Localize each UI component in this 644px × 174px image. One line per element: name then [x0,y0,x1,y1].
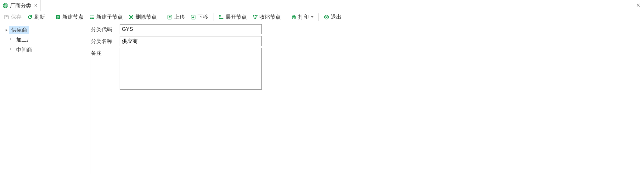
save-label: 保存 [11,13,21,21]
svg-rect-14 [219,15,221,16]
arrow-down-box-icon [190,14,196,20]
new-child-node-icon [89,14,95,20]
collapse-node-label: 收缩节点 [260,13,281,21]
expand-node-button[interactable]: 展开节点 [216,12,249,22]
tree-item-middleman[interactable]: └ 中间商 [0,45,90,55]
svg-rect-1 [6,16,7,17]
close-tab-icon[interactable]: × [34,3,37,8]
tree-panel: 供应商 └ 加工厂 └ 中间商 [0,23,90,174]
exit-icon [324,14,329,20]
new-node-button[interactable]: 新建节点 [53,12,86,22]
tab-bar: 厂商分类 × × [0,0,644,11]
expand-node-label: 展开节点 [226,13,247,21]
svg-rect-5 [57,18,58,18]
row-remark: 备注 [90,48,644,90]
save-icon [4,14,9,20]
svg-rect-4 [57,17,59,17]
new-child-node-label: 新建子节点 [96,13,123,21]
tree-tick-icon: └ [9,48,14,52]
save-button[interactable]: 保存 [1,12,24,22]
toolbar-separator [318,13,319,21]
row-category-code: 分类代码 [90,24,644,34]
toolbar-separator [286,13,286,21]
toolbar-separator [213,13,213,21]
form-panel: 分类代码 分类名称 备注 [90,23,644,174]
move-up-button[interactable]: 上移 [165,12,187,22]
delete-icon [128,14,134,20]
tree-tick-icon: └ [9,38,14,42]
close-window-icon[interactable]: × [634,1,642,9]
svg-rect-6 [90,16,92,16]
tree-item-processor[interactable]: └ 加工厂 [0,35,90,45]
svg-rect-8 [90,18,92,19]
tab-title: 厂商分类 [10,2,31,9]
collapse-tree-icon [252,14,258,20]
svg-rect-3 [57,16,59,16]
globe-icon [2,3,8,8]
input-category-code[interactable] [120,24,262,34]
svg-rect-18 [255,15,256,16]
label-category-code: 分类代码 [90,24,120,33]
arrow-up-box-icon [167,14,173,20]
svg-rect-7 [90,17,92,17]
print-icon [291,14,297,20]
svg-rect-23 [293,18,295,19]
move-up-label: 上移 [174,13,185,21]
svg-rect-15 [222,18,223,19]
toolbar-separator [162,13,162,21]
print-button[interactable]: 打印 [289,12,316,22]
textarea-remark[interactable] [120,48,262,90]
refresh-label: 刷新 [34,13,45,21]
new-node-label: 新建节点 [62,13,83,21]
toolbar-separator [50,13,50,21]
input-category-name[interactable] [120,36,262,46]
svg-rect-11 [92,18,94,19]
delete-node-label: 删除节点 [136,13,157,21]
svg-rect-9 [92,16,94,16]
expander-icon[interactable] [4,27,9,33]
tab-vendor-category[interactable]: 厂商分类 × [0,0,41,11]
svg-rect-22 [293,15,295,16]
move-down-label: 下移 [198,13,208,21]
svg-rect-20 [255,18,256,19]
tree-item-label: 中间商 [14,46,34,54]
dropdown-caret-icon [311,16,313,18]
move-down-button[interactable]: 下移 [188,12,211,22]
refresh-icon [27,14,33,20]
toolbar: 保存 刷新 新建节点 新建子节点 删除节点 [0,11,644,23]
exit-button[interactable]: 退出 [321,12,344,22]
new-child-node-button[interactable]: 新建子节点 [87,12,125,22]
delete-node-button[interactable]: 删除节点 [126,12,159,22]
tree-item-label: 供应商 [9,26,29,34]
tree-item-label: 加工厂 [14,36,34,44]
svg-rect-19 [256,15,258,16]
collapse-node-button[interactable]: 收缩节点 [250,12,283,22]
label-remark: 备注 [90,48,120,57]
new-node-icon [55,14,61,20]
svg-rect-10 [92,17,94,17]
svg-rect-17 [253,15,254,16]
tree-item-supplier[interactable]: 供应商 [0,25,90,35]
exit-label: 退出 [331,13,341,21]
refresh-button[interactable]: 刷新 [25,12,47,22]
row-category-name: 分类名称 [90,36,644,46]
expand-tree-icon [218,14,224,20]
print-label: 打印 [298,13,309,21]
main-area: 供应商 └ 加工厂 └ 中间商 分类代码 分类名称 备注 [0,23,644,174]
label-category-name: 分类名称 [90,36,120,45]
